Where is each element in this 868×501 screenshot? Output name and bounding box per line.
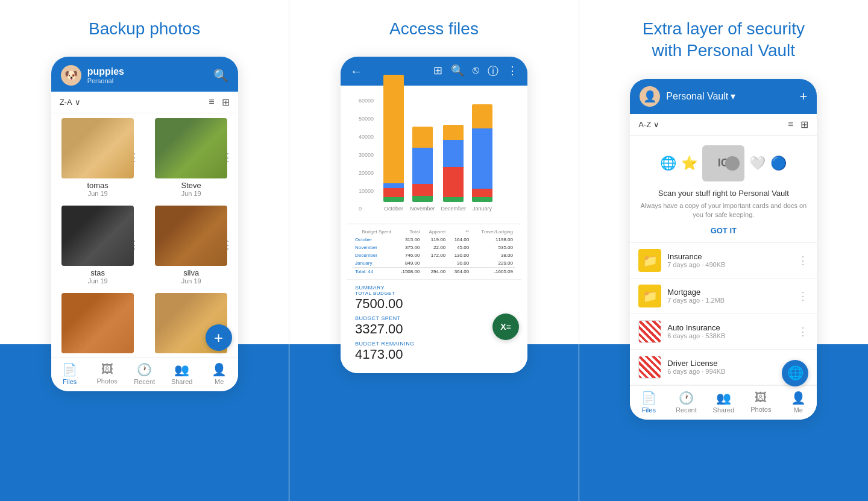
excel-icon: X≡ [500,322,511,332]
vault-plus-button[interactable]: + [799,89,807,104]
y-label-5: 50000 [359,116,374,122]
photo-item-5[interactable] [51,288,145,357]
bar-group-dec [443,125,464,202]
sort-label[interactable]: Z-A ∨ [60,98,81,107]
vault-sort-icons: ≡ ⊞ [788,119,808,130]
vault-sort-label[interactable]: A-Z ∨ [638,120,659,129]
bar-nov-blue [412,148,433,184]
nav-photos[interactable]: 🖼 Photos [93,362,122,385]
photo-more-icon-1[interactable]: ⋮ [129,151,140,164]
vault-title: Personal Vault ▾ [666,90,735,102]
photos-icon: 🖼 [101,362,113,376]
row-apparel-oct: 119.00 [422,236,448,244]
right-nav-recent[interactable]: 🕐 Recent [671,391,700,414]
left-phone-header: 🐶 puppies Personal 🔍 [51,57,238,92]
right-nav-photos[interactable]: 🖼 Photos [746,391,775,414]
nav-shared[interactable]: 👥 Shared [168,362,197,385]
folder-sub: Personal [87,77,124,84]
y-label-6: 60000 [359,98,374,104]
photo-item-1[interactable]: tomas Jun 19 ⋮ [51,113,145,201]
bar-nov-red [412,184,433,196]
bar-oct-green [383,197,404,202]
photo-more-icon-2[interactable]: ⋮ [222,151,233,164]
vault-sort-bar: A-Z ∨ ≡ ⊞ [630,114,817,136]
grid-view-icon[interactable]: ⊞ [222,96,230,108]
photo-date-3: Jun 19 [88,277,108,285]
file-item-insurance[interactable]: 📁 Insurance 7 days ago · 490KB ⋮ [630,243,817,279]
row-month-jan: January [353,259,394,268]
photo-more-icon-4[interactable]: ⋮ [222,238,233,251]
row-total-jan: 849.00 [394,259,423,268]
row-month-oct: October [353,236,394,244]
col-label-oct: October [384,206,403,212]
file-more-icon-auto[interactable]: ⋮ [797,325,808,338]
bar-jan-green [472,197,492,202]
summary-total-label: SUMMARY [355,285,513,291]
vault-avatar: 👤 [640,86,660,107]
nav-files[interactable]: 📄 Files [55,362,84,385]
right-nav-files[interactable]: 📄 Files [634,391,663,414]
photo-item-4[interactable]: silva Jun 19 ⋮ [145,201,238,288]
table-row-oct: October 315.00 119.00 164.00 1198.00 [353,236,515,244]
photo-name-2: Steve [181,181,201,190]
doc-icon-auto [638,320,661,343]
photo-date-4: Jun 19 [181,277,201,285]
vault-grid-view-icon[interactable]: ⊞ [800,119,808,130]
photo-name-1: tomas [87,181,108,190]
vault-safe-icon: IO [702,145,744,181]
right-nav-me[interactable]: 👤 Me [784,391,813,414]
right-files-icon: 📄 [641,391,656,405]
nav-recent-label: Recent [134,378,155,385]
chart-col-nov: November [410,127,435,212]
back-arrow-icon[interactable]: ← [350,65,362,78]
file-meta-auto: 6 days ago · 538KB [667,332,797,339]
file-name-mortgage: Mortgage [667,288,797,297]
bar-group-oct [383,75,404,202]
heart-promo-icon: 🤍 [749,156,766,171]
row-total-oct: 315.00 [394,236,423,244]
nav-recent[interactable]: 🕐 Recent [130,362,159,385]
got-it-button[interactable]: GOT IT [638,226,808,235]
left-panel: Backup photos 🐶 puppies Personal 🔍 Z-A ∨… [0,0,289,501]
list-view-icon[interactable]: ≡ [209,96,214,108]
photo-item-3[interactable]: stas Jun 19 ⋮ [51,201,145,288]
row-apparel-jan [422,259,448,268]
col-header-travel: Travel/Lodging [471,228,515,236]
photo-more-icon-3[interactable]: ⋮ [129,238,140,251]
data-table: Budget Spent Total Apparel ** Travel/Lod… [347,224,521,279]
bar-dec-blue [443,140,464,167]
photo-item-2[interactable]: Steve Jun 19 ⋮ [145,113,238,201]
files-icon: 📄 [62,362,77,377]
photo-thumb-1 [61,118,134,178]
right-shared-icon: 👥 [716,391,731,405]
col-header-other: ** [448,228,471,236]
photo-item-6[interactable]: + [145,288,238,357]
left-header-text: puppies Personal [87,66,124,84]
globe-promo-icon: 🌐 [660,156,676,171]
file-more-icon-mortgage[interactable]: ⋮ [797,289,808,303]
nav-me[interactable]: 👤 Me [205,362,234,385]
row-other-nov: 45.00 [448,244,471,251]
file-meta-insurance: 7 days ago · 490KB [667,261,797,268]
search-icon[interactable]: 🔍 [213,68,228,83]
add-photo-button[interactable]: + [206,324,232,351]
file-name-auto: Auto Insurance [667,323,797,332]
vault-list-view-icon[interactable]: ≡ [788,119,793,130]
folder-icon-mortgage: 📁 [638,285,661,307]
row-apparel-nov: 22.00 [422,244,448,251]
row-other-oct: 164.00 [448,236,471,244]
table-row-nov: November 375.00 22.00 45.00 535.00 [353,244,515,251]
file-item-auto[interactable]: Auto Insurance 6 days ago · 538KB ⋮ [630,314,817,350]
globe-fab-button[interactable]: 🌐 [782,360,808,386]
table-row-total: Total: 44 -1508.00 294.00 364.00 -1605.0… [353,268,515,276]
file-more-icon-insurance[interactable]: ⋮ [797,254,808,267]
row-travel-jan: 229.00 [471,259,515,268]
row-total-nov: 375.00 [394,244,423,251]
vault-chevron-icon: ▾ [731,90,735,102]
file-info-mortgage: Mortgage 7 days ago · 1.2MB [667,288,797,304]
right-bottom-nav: 📄 Files 🕐 Recent 👥 Shared 🖼 Photos 👤 Me [630,385,817,420]
right-nav-shared[interactable]: 👥 Shared [709,391,738,414]
file-item-mortgage[interactable]: 📁 Mortgage 7 days ago · 1.2MB ⋮ [630,279,817,314]
photo-thumb-3 [61,206,134,266]
vault-phone-header: 👤 Personal Vault ▾ + [630,79,817,114]
